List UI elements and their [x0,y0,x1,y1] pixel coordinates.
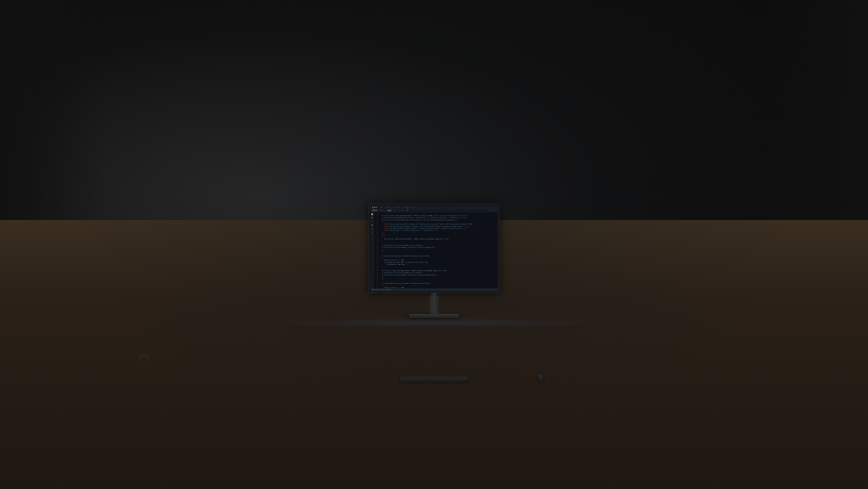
key[interactable] [420,379,426,380]
keyboard[interactable] [400,377,468,381]
headphones [139,354,150,362]
key[interactable] [440,378,445,379]
key[interactable] [454,379,459,380]
key[interactable] [426,377,431,378]
debug-icon[interactable]: ⚙ [403,210,405,211]
svg-rect-1 [147,358,149,361]
maximize-button[interactable] [376,207,377,208]
scene: File History Acquire Settings Help Sourc… [0,0,868,489]
minimize-button[interactable] [374,207,375,208]
play-icon[interactable]: ▶ [399,210,401,211]
toolbar-separator-4 [406,209,406,211]
svg-rect-0 [140,358,142,361]
key-row-1 [401,377,467,378]
key[interactable] [406,378,412,379]
line-status: Ln 33 [378,289,381,290]
menu-acquire[interactable]: Acquire [393,206,401,208]
title-bar: File History Acquire Settings Help [371,206,497,209]
key[interactable] [429,378,434,379]
key[interactable] [401,379,409,380]
monitor-stand-base [409,314,459,318]
led-1 [432,294,433,295]
encoding-status: UTF-8 [372,289,375,290]
main-editor-area: 📄 🔍 ⑂ 🐛 ⊞ ⚙ 3334353637 3839404142 [371,212,497,289]
key[interactable] [423,378,428,379]
debug-side-icon[interactable]: 🐛 [371,224,373,226]
key[interactable] [462,377,467,378]
key[interactable] [412,378,417,379]
monitor-stand-neck [430,296,438,314]
toolbar-right-label: History ID: [489,210,496,211]
tab-history[interactable]: History [378,209,385,211]
led-3 [435,294,436,295]
key[interactable] [456,378,462,379]
git-icon[interactable]: ⑂ [371,221,373,223]
key[interactable] [447,377,452,378]
redo-icon[interactable]: ↪ [395,210,397,211]
toolbar-separator-1 [386,209,386,211]
key[interactable] [416,377,421,378]
ide-container: File History Acquire Settings Help Sourc… [371,206,497,291]
spaces-status: Spaces: 3 [386,289,392,290]
key[interactable] [445,378,451,379]
settings-side-icon[interactable]: ⚙ [371,231,373,233]
monitor-screen: File History Acquire Settings Help Sourc… [371,206,497,291]
keyboard-keys [400,377,468,381]
window-controls [372,207,377,208]
key[interactable] [452,377,457,378]
key[interactable] [442,379,448,380]
menu-help[interactable]: Help [411,206,416,208]
led-power[interactable] [434,294,434,295]
files-icon[interactable]: 📄 [371,213,373,215]
menu-bar: File History Acquire Settings Help [379,206,416,209]
mouse[interactable] [538,374,543,381]
key[interactable] [409,379,414,380]
key[interactable] [421,377,426,378]
monitor-bottom-bar [431,293,437,296]
undo-icon[interactable]: ↩ [393,210,395,211]
search-side-icon[interactable]: 🔍 [371,217,373,219]
col-status: Col 1 [382,289,385,290]
key[interactable] [411,377,416,378]
desk-reflection [260,318,608,328]
key[interactable] [417,378,423,379]
monitor-frame: File History Acquire Settings Help Sourc… [368,204,500,293]
key[interactable] [442,377,447,378]
language-status: PHP [376,289,377,290]
code-editor[interactable]: 3334353637 3839404142 4344454647 4849505… [374,212,497,289]
toolbar-separator-2 [392,209,392,211]
key[interactable] [432,377,436,378]
menu-settings[interactable]: Settings [401,206,410,208]
menu-history[interactable]: History [385,206,393,208]
key[interactable] [437,377,442,378]
search-icon[interactable]: 🔍 [407,210,408,211]
key[interactable] [437,379,442,380]
save-icon[interactable]: 💾 [390,210,391,211]
key[interactable] [457,377,462,378]
menu-file[interactable]: File [379,206,384,208]
toolbar: Source History 📁 💾 ↩ ↪ ▶ ■ ⚙ [371,209,497,212]
key[interactable] [459,379,467,380]
key[interactable] [462,378,467,379]
monitor-brand-logo: BenQ [431,274,437,276]
key[interactable] [451,378,456,379]
close-button[interactable] [372,207,373,208]
toolbar-icons: 📁 💾 ↩ ↪ ▶ ■ ⚙ 🔍 [388,209,408,211]
main-monitor: File History Acquire Settings Help Sourc… [368,204,500,318]
key[interactable] [434,378,439,379]
code-text[interactable]: $f_search_param = $DB->selectRow("SELECT… [379,212,497,289]
extensions-icon[interactable]: ⊞ [371,228,373,230]
folder-icon[interactable]: 📁 [388,210,389,211]
key[interactable] [406,377,411,378]
mouse-scroll-wheel[interactable] [540,375,541,378]
key[interactable] [448,379,454,380]
key[interactable] [401,378,406,379]
tab-source[interactable]: Source [372,209,378,211]
stop-icon[interactable]: ■ [401,210,403,211]
side-icon-bar: 📄 🔍 ⑂ 🐛 ⊞ ⚙ [371,212,374,289]
key[interactable] [401,377,406,378]
key[interactable] [426,379,431,380]
line-numbers: 3334353637 3839404142 4344454647 4849505… [374,212,379,289]
key[interactable] [414,379,420,380]
key[interactable] [431,379,437,380]
